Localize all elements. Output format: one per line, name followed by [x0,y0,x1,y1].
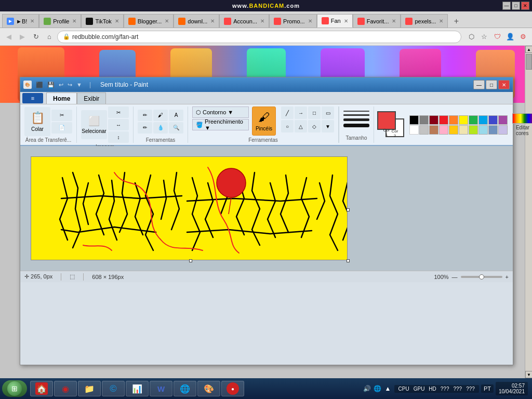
zoom-btn[interactable]: 🔍 [169,122,183,134]
color-orange[interactable] [449,115,458,125]
browser-maximize-btn[interactable]: □ [512,2,520,10]
tab-close-down[interactable]: ✕ [210,18,215,24]
size-line-2[interactable] [343,114,369,116]
address-input[interactable]: 🔒 redbubble.com/g/fan-art [57,31,461,43]
pencil-btn[interactable]: ✏ [138,110,152,121]
preench-btn[interactable]: 🪣 Preenchimento ▼ [192,119,249,130]
color-green[interactable] [469,115,478,125]
scroll-up-btn[interactable]: ▲ [525,46,532,53]
shape-diamond[interactable]: ◇ [308,120,321,132]
cast-icon[interactable]: ⬡ [466,31,477,43]
color-gray[interactable] [419,115,429,125]
tab-account[interactable]: Accoun... ✕ [219,14,269,28]
tab-close-0[interactable]: ✕ [30,18,34,24]
tab-close-blogger[interactable]: ✕ [165,18,169,24]
shape-rect[interactable]: □ [308,107,321,119]
color-cornflower[interactable] [488,125,498,135]
paint-canvas[interactable] [31,156,348,260]
copy-btn[interactable]: 📄 [51,122,72,134]
ribbon-tab-exibir[interactable]: Exibir [77,92,106,104]
tab-close-profile[interactable]: ✕ [72,18,76,24]
color-lime[interactable] [469,125,478,135]
tab-promo[interactable]: Promo... ✕ [269,14,317,28]
color-skyblue[interactable] [478,125,488,135]
shape-triangle[interactable]: △ [295,120,307,132]
paint-minimize-btn[interactable]: — [473,80,485,89]
tab-fan[interactable]: Fan ✕ [317,14,353,28]
back-btn[interactable]: ◀ [3,31,15,43]
taskbar-app-4[interactable]: 📊 [126,381,149,396]
color-yellow[interactable] [459,115,468,125]
color-cream[interactable] [459,125,468,135]
rotate-btn[interactable]: ↕ [108,131,129,143]
shape-round-rect[interactable]: ▭ [322,107,334,119]
text-btn[interactable]: A [169,110,183,121]
bookmark-icon[interactable]: ☆ [478,31,490,43]
taskbar-app-8[interactable]: ● [221,381,244,396]
paint-close-btn[interactable]: ✕ [498,80,510,89]
color-white[interactable] [409,125,419,135]
shape-line[interactable]: ╱ [281,107,294,119]
color-pink[interactable] [439,125,448,135]
scroll-down-btn[interactable]: ▼ [525,371,532,378]
handle-bottom-right[interactable] [347,259,350,262]
color-lavender[interactable] [498,125,508,135]
resize-btn[interactable]: ↔ [108,119,129,130]
browser-minimize-btn[interactable]: — [502,2,511,10]
taskbar-app-3[interactable]: © [102,381,125,396]
zoom-plus-btn[interactable]: + [506,274,509,280]
dropper-btn[interactable]: 💧 [153,122,168,134]
tab-close-fan[interactable]: ✕ [344,18,348,24]
zoom-slider[interactable] [461,276,502,278]
sound-icon[interactable]: 🔊 [363,384,371,393]
forward-btn[interactable]: ▶ [17,31,28,43]
tab-0[interactable]: ► ►B! ✕ [2,14,39,28]
tab-blogger[interactable]: Blogger... ✕ [124,14,174,28]
contorno-btn[interactable]: ⬡ Contorno ▼ [192,107,249,118]
new-tab-btn[interactable]: + [450,15,462,28]
shape-more[interactable]: ▼ [322,120,334,132]
fill-tool-btn[interactable]: 🖌 [153,110,168,121]
tab-pexels[interactable]: pexels... ✕ [401,14,448,28]
crop-btn[interactable]: ✂ [108,107,129,118]
taskbar-app-7[interactable]: 🎨 [197,381,220,396]
taskbar-app-2[interactable]: 📁 [78,381,101,396]
tab-tiktok[interactable]: TikTok ✕ [81,14,123,28]
size-line-4[interactable] [343,124,369,127]
tab-close-promo[interactable]: ✕ [308,18,312,24]
taskbar-app-5[interactable]: W [150,381,172,396]
cor1-box[interactable] [377,111,396,130]
edit-colors-btn[interactable]: Editarcores [510,112,532,137]
cut-btn[interactable]: ✂ [51,110,72,121]
shape-ellipse[interactable]: ○ [281,120,294,132]
taskbar-app-6[interactable]: 🌐 [174,381,196,396]
size-line-3[interactable] [343,118,369,121]
color-red[interactable] [439,115,448,125]
color-cyan[interactable] [478,115,488,125]
color-darkred[interactable] [429,115,438,125]
ribbon-tab-home[interactable]: Home [46,92,77,104]
tab-close-tiktok[interactable]: ✕ [115,18,119,24]
scroll-thumb[interactable] [526,54,532,70]
show-desktop-icon[interactable]: ▲ [384,384,392,393]
paint-menu-btn[interactable]: ≡ [22,93,43,103]
tab-favorit[interactable]: Favorit... ✕ [353,14,401,28]
color-brown[interactable] [429,125,438,135]
taskbar-app-0[interactable]: 🏠 [30,381,53,396]
handle-bottom-mid[interactable] [189,259,192,262]
lang-btn[interactable]: PT [481,384,494,393]
browser-close-btn[interactable]: ✕ [521,2,529,10]
paste-btn[interactable]: 📋 Colar [24,107,50,136]
eraser-btn[interactable]: ✏ [138,122,152,134]
paint-maximize-btn[interactable]: □ [486,80,497,89]
avatar-icon[interactable]: 👤 [504,31,516,43]
shape-arrow[interactable]: → [295,107,307,119]
select-btn[interactable]: ⬜ Selecionar [81,110,107,139]
network-icon[interactable]: 🌐 [374,384,382,393]
color-blue[interactable] [488,115,498,125]
taskbar-app-1[interactable]: ◉ [54,381,77,396]
size-line-1[interactable] [343,111,369,112]
tab-close-pexels[interactable]: ✕ [439,18,443,24]
settings-icon[interactable]: ⚙ [517,31,529,43]
color-black[interactable] [409,115,419,125]
